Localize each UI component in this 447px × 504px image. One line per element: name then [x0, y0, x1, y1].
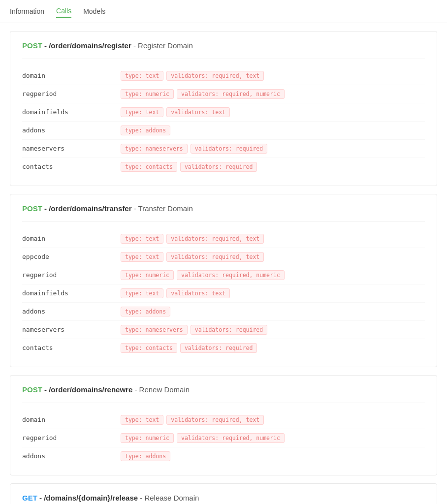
- api-title-transfer-domain: POST - /order/domains/transfer - Transfe…: [22, 204, 425, 213]
- param-tags: type: textvalidators: required, text: [121, 234, 264, 244]
- param-row: domainfieldstype: textvalidators: text: [22, 103, 425, 122]
- param-tags: type: textvalidators: text: [121, 288, 230, 298]
- param-tags: type: numericvalidators: required, numer…: [121, 89, 285, 99]
- param-tag: validators: required, numeric: [177, 433, 285, 443]
- param-name: contacts: [22, 162, 121, 170]
- api-section-transfer-domain: POST - /order/domains/transfer - Transfe…: [10, 194, 437, 367]
- api-title-register-domain: POST - /order/domains/register - Registe…: [22, 41, 425, 50]
- param-tags: type: addons: [121, 307, 170, 316]
- top-navigation: InformationCallsModels: [0, 0, 447, 23]
- param-tag: type: numeric: [121, 270, 174, 280]
- param-row: regperiodtype: numericvalidators: requir…: [22, 85, 425, 103]
- nav-item-models[interactable]: Models: [83, 5, 105, 17]
- param-name: domainfields: [22, 107, 121, 116]
- param-name: domainfields: [22, 288, 121, 297]
- param-tag: validators: required, numeric: [177, 89, 285, 99]
- param-tag: type: text: [121, 107, 163, 117]
- param-row: eppcodetype: textvalidators: required, t…: [22, 248, 425, 266]
- param-row: domaintype: textvalidators: required, te…: [22, 230, 425, 248]
- param-name: domain: [22, 71, 121, 79]
- param-name: domain: [22, 415, 121, 423]
- param-tag: type: text: [121, 252, 163, 262]
- param-tag: type: addons: [121, 307, 170, 316]
- param-name: nameservers: [22, 325, 121, 333]
- param-tag: validators: required, text: [166, 71, 264, 81]
- param-name: addons: [22, 307, 121, 315]
- param-tag: type: text: [121, 71, 163, 81]
- api-section-register-domain: POST - /order/domains/register - Registe…: [10, 31, 437, 186]
- param-tags: type: contactsvalidators: required: [121, 343, 257, 353]
- param-row: addonstype: addons: [22, 447, 425, 465]
- api-title-renew-domain: POST - /order/domains/renewre - Renew Do…: [22, 385, 425, 394]
- param-tags: type: contactsvalidators: required: [121, 162, 257, 172]
- param-tag: type: text: [121, 288, 163, 298]
- param-tags: type: addons: [121, 451, 170, 461]
- param-tags: type: nameserversvalidators: required: [121, 144, 267, 154]
- param-row: nameserverstype: nameserversvalidators: …: [22, 321, 425, 339]
- param-tag: validators: required: [180, 162, 257, 172]
- param-row: addonstype: addons: [22, 122, 425, 140]
- param-row: addonstype: addons: [22, 303, 425, 321]
- nav-item-calls[interactable]: Calls: [56, 5, 71, 18]
- api-method: GET: [22, 494, 37, 502]
- param-tag: validators: required: [191, 144, 267, 154]
- param-row: domaintype: textvalidators: required, te…: [22, 67, 425, 85]
- param-tags: type: numericvalidators: required, numer…: [121, 270, 285, 280]
- api-description: - Transfer Domain: [132, 204, 193, 213]
- param-tag: validators: required, text: [166, 415, 264, 425]
- param-tags: type: nameserversvalidators: required: [121, 325, 267, 335]
- api-method: POST: [22, 41, 42, 50]
- param-tag: validators: required: [180, 343, 257, 353]
- api-path: - /order/domains/transfer: [42, 204, 132, 213]
- api-title-release-domain: GET - /domains/{domain}/release - Releas…: [22, 494, 425, 502]
- param-tag: type: numeric: [121, 433, 174, 443]
- param-name: regperiod: [22, 433, 121, 441]
- param-name: domain: [22, 234, 121, 242]
- api-section-renew-domain: POST - /order/domains/renewre - Renew Do…: [10, 375, 437, 475]
- param-tags: type: numericvalidators: required, numer…: [121, 433, 285, 443]
- param-name: regperiod: [22, 270, 121, 279]
- param-tag: validators: required: [191, 325, 267, 335]
- param-row: contactstype: contactsvalidators: requir…: [22, 339, 425, 357]
- param-row: contactstype: contactsvalidators: requir…: [22, 158, 425, 176]
- param-tag: validators: required, numeric: [177, 270, 285, 280]
- api-section-release-domain: GET - /domains/{domain}/release - Releas…: [10, 483, 437, 504]
- param-tags: type: textvalidators: required, text: [121, 252, 264, 262]
- param-row: nameserverstype: nameserversvalidators: …: [22, 140, 425, 158]
- param-tag: validators: required, text: [166, 252, 264, 262]
- main-content: POST - /order/domains/register - Registe…: [0, 23, 447, 504]
- param-row: domaintype: textvalidators: required, te…: [22, 411, 425, 429]
- api-description: - Release Domain: [138, 494, 199, 502]
- param-tag: type: nameservers: [121, 144, 188, 154]
- param-row: domainfieldstype: textvalidators: text: [22, 284, 425, 303]
- param-tag: type: contacts: [121, 162, 177, 172]
- param-tag: type: addons: [121, 451, 170, 461]
- param-row: regperiodtype: numericvalidators: requir…: [22, 266, 425, 284]
- param-name: contacts: [22, 343, 121, 351]
- param-name: addons: [22, 126, 121, 134]
- param-row: regperiodtype: numericvalidators: requir…: [22, 429, 425, 447]
- api-description: - Renew Domain: [132, 385, 190, 394]
- param-tag: type: text: [121, 415, 163, 425]
- api-method: POST: [22, 204, 42, 213]
- param-tags: type: textvalidators: required, text: [121, 71, 264, 81]
- api-path: - /order/domains/renewre: [42, 385, 132, 394]
- param-tag: type: contacts: [121, 343, 177, 353]
- param-tags: type: addons: [121, 126, 170, 135]
- param-tag: validators: text: [166, 107, 230, 117]
- param-tag: type: numeric: [121, 89, 174, 99]
- param-tag: validators: text: [166, 288, 230, 298]
- api-path: - /domains/{domain}/release: [37, 494, 138, 502]
- api-method: POST: [22, 385, 42, 394]
- param-tag: type: nameservers: [121, 325, 188, 335]
- param-name: eppcode: [22, 252, 121, 260]
- param-name: addons: [22, 451, 121, 460]
- param-tag: validators: required, text: [166, 234, 264, 244]
- param-tags: type: textvalidators: required, text: [121, 415, 264, 425]
- param-tags: type: textvalidators: text: [121, 107, 230, 117]
- param-name: nameservers: [22, 144, 121, 152]
- api-path: - /order/domains/register: [42, 41, 131, 50]
- nav-item-information[interactable]: Information: [10, 5, 44, 17]
- param-tag: type: text: [121, 234, 163, 244]
- param-name: regperiod: [22, 89, 121, 97]
